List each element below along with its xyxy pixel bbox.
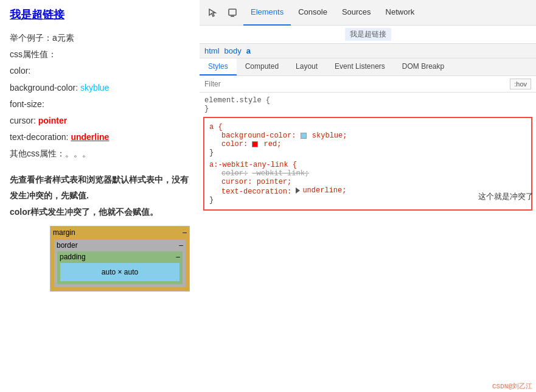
- link-td-prop: text-decoration:: [221, 187, 291, 196]
- margin-box: margin – border – padding – auto × auto: [50, 226, 190, 292]
- svg-rect-0: [229, 9, 236, 15]
- subtab-dom-breakp[interactable]: DOM Breakp: [394, 58, 453, 75]
- content-box: auto × auto: [60, 263, 179, 281]
- styles-content: element.style { } a { background-color: …: [200, 93, 536, 392]
- tab-console[interactable]: Console: [291, 0, 335, 26]
- td-value: underline: [71, 132, 109, 142]
- breadcrumb-a[interactable]: a: [246, 46, 251, 55]
- tab-network[interactable]: Network: [378, 0, 422, 26]
- element-style-open: element.style {: [204, 96, 270, 105]
- color-line: color:: [10, 63, 190, 79]
- device-toggle-icon[interactable]: [224, 4, 241, 21]
- watermark: CSDN@刘乙江: [492, 382, 532, 391]
- filter-row: :hov: [200, 76, 536, 93]
- webkit-selector: a:-webkit-any-link {: [209, 161, 297, 169]
- a-color-prop: color:: [221, 140, 248, 149]
- tab-sources[interactable]: Sources: [335, 0, 378, 26]
- cursor-label: cursor:: [10, 116, 38, 125]
- border-label: border: [57, 241, 78, 250]
- conflict-annotation: 这个就是冲突了: [478, 191, 536, 202]
- subtab-computed[interactable]: Computed: [237, 58, 287, 75]
- padding-label: padding: [60, 253, 86, 261]
- link-td-value: underline;: [302, 186, 346, 195]
- bg-value: skyblue: [80, 83, 109, 93]
- padding-box: padding – auto × auto: [57, 251, 183, 284]
- element-style-block: element.style { }: [200, 95, 536, 114]
- font-size-line: font-size:: [10, 97, 190, 112]
- skyblue-swatch: [301, 133, 307, 139]
- selected-element-highlight: 我是超链接: [345, 28, 391, 41]
- breadcrumb-html[interactable]: html: [204, 46, 220, 55]
- filter-input[interactable]: [204, 80, 510, 88]
- a-color-value: red;: [259, 140, 281, 149]
- cursor-line: cursor: pointer: [10, 113, 190, 128]
- devtools-topbar: Elements Console Sources Network: [200, 0, 536, 26]
- a-bg-line: background-color: skyblue;: [209, 131, 347, 140]
- bg-color-line: background-color: skyblue: [10, 80, 190, 96]
- bg-label: background-color:: [10, 83, 80, 93]
- link-td-value-wrapper: underline;: [296, 186, 346, 195]
- margin-label: margin: [53, 228, 75, 237]
- border-box: border – padding – auto × auto: [54, 240, 186, 287]
- example-intro: 举个例子：a元素: [10, 30, 190, 46]
- other-css-line: 其他css属性：。。。: [10, 146, 190, 161]
- tab-elements[interactable]: Elements: [243, 0, 291, 26]
- a-selector: a {: [209, 123, 223, 131]
- bottom-text: 先查看作者样式表和浏览器默认样式表中，没有发生冲突的，先赋值. color样式发…: [10, 172, 190, 220]
- main-link[interactable]: 我是超链接: [10, 7, 64, 22]
- bottom-text-line1: 先查看作者样式表和浏览器默认样式表中，没有发生冲突的，先赋值.: [10, 172, 190, 204]
- padding-dash: –: [176, 253, 180, 261]
- red-swatch: [252, 141, 258, 147]
- text-decoration-line: text-decoration: underline: [10, 130, 190, 145]
- link-cursor-value: pointer;: [257, 178, 292, 186]
- css-intro: css属性值：: [10, 47, 190, 62]
- conflict-text: 这个就是冲突了: [478, 191, 534, 202]
- triangle-icon: [296, 187, 300, 194]
- subtabs-bar: Styles Computed Layout Event Listeners D…: [200, 58, 536, 76]
- link-cursor-line: cursor: pointer;: [209, 178, 291, 186]
- td-label: text-decoration:: [10, 132, 71, 142]
- hov-button[interactable]: :hov: [510, 79, 531, 89]
- breadcrumb-body[interactable]: body: [224, 46, 242, 55]
- bottom-text-line2: color样式发生冲突了，他就不会赋值。: [10, 204, 190, 220]
- subtab-event-listeners[interactable]: Event Listeners: [326, 58, 394, 75]
- a-block: a { background-color: skyblue; color: re…: [209, 122, 526, 158]
- breadcrumb-bar: html body a: [200, 44, 536, 58]
- subtab-layout[interactable]: Layout: [287, 58, 326, 75]
- element-style-close: }: [204, 105, 209, 113]
- box-model-container: margin – border – padding – auto × auto: [50, 226, 190, 292]
- link-color-line: color: -webkit-link;: [209, 169, 309, 178]
- link-cursor-prop: cursor:: [221, 178, 252, 186]
- a-color-line: color: red;: [209, 140, 281, 149]
- element-path-bar: 我是超链接: [200, 26, 536, 44]
- subtab-styles[interactable]: Styles: [200, 58, 237, 75]
- devtools-panel: Elements Console Sources Network 我是超链接 h…: [200, 0, 536, 392]
- link-td-line: text-decoration: underline;: [209, 187, 346, 196]
- a-bg-value: skyblue;: [308, 131, 347, 140]
- svg-rect-1: [231, 16, 234, 17]
- cursor-value: pointer: [38, 116, 67, 125]
- a-close: }: [209, 149, 214, 157]
- link-color-prop: color:: [221, 169, 248, 178]
- a-bg-prop: background-color:: [221, 131, 296, 140]
- link-close: }: [209, 196, 214, 205]
- left-panel: 我是超链接 举个例子：a元素 css属性值： color: background…: [0, 0, 200, 392]
- left-content: 举个例子：a元素 css属性值： color: background-color…: [10, 30, 190, 162]
- margin-dash: –: [183, 228, 187, 237]
- link-color-value: -webkit-link;: [252, 169, 309, 178]
- border-dash: –: [179, 241, 183, 250]
- inspect-icon[interactable]: [204, 4, 221, 21]
- selected-element-text: 我是超链接: [350, 29, 386, 40]
- devtools-main-tabs: Elements Console Sources Network: [243, 0, 422, 26]
- conflict-box: a { background-color: skyblue; color: re…: [203, 117, 532, 211]
